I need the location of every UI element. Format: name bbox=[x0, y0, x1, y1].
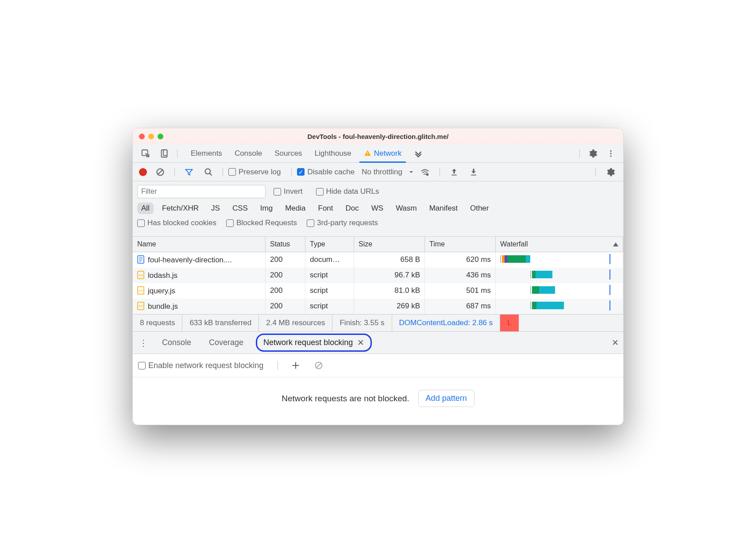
blocked-cookies-checkbox[interactable]: Has blocked cookies bbox=[137, 219, 216, 227]
tab-console[interactable]: Console bbox=[228, 144, 268, 162]
cell-name: lodash.js bbox=[148, 271, 177, 280]
hide-data-urls-checkbox[interactable]: Hide data URLs bbox=[316, 187, 379, 196]
blocked-cookies-label: Has blocked cookies bbox=[147, 219, 216, 227]
cell-time: 436 ms bbox=[425, 268, 496, 283]
cell-type: docum… bbox=[305, 252, 354, 268]
table-row[interactable]: foul-heavenly-direction.... 200 docum… 6… bbox=[133, 252, 623, 268]
close-drawer-icon[interactable]: ✕ bbox=[612, 338, 619, 348]
cell-name: bundle.js bbox=[148, 302, 178, 311]
disable-cache-checkbox[interactable]: ✓Disable cache bbox=[297, 168, 355, 177]
status-resources: 2.4 MB resources bbox=[259, 315, 332, 331]
chip-fetch-xhr[interactable]: Fetch/XHR bbox=[158, 203, 203, 214]
status-requests: 8 requests bbox=[133, 315, 182, 331]
divider bbox=[291, 168, 292, 177]
cell-time: 501 ms bbox=[425, 283, 496, 299]
more-options-icon[interactable] bbox=[602, 146, 620, 161]
sort-asc-icon bbox=[613, 242, 618, 246]
drawer-tab-network-blocking[interactable]: Network request blocking ✕ bbox=[256, 334, 372, 352]
network-toolbar: Preserve log ✓Disable cache No throttlin… bbox=[133, 163, 623, 181]
device-toggle-icon[interactable] bbox=[155, 146, 174, 161]
drawer-tab-blocking-label: Network request blocking bbox=[263, 338, 353, 347]
third-party-checkbox[interactable]: 3rd-party requests bbox=[307, 219, 378, 227]
header-type[interactable]: Type bbox=[305, 237, 354, 252]
filter-input[interactable] bbox=[137, 185, 266, 198]
svg-point-7 bbox=[610, 155, 611, 157]
header-time[interactable]: Time bbox=[425, 237, 496, 252]
devtools-window: DevTools - foul-heavenly-direction.glitc… bbox=[132, 128, 624, 425]
chip-css[interactable]: CSS bbox=[228, 203, 252, 214]
record-button[interactable] bbox=[139, 168, 147, 176]
drawer-menu-icon[interactable]: ⋮ bbox=[137, 336, 150, 350]
hide-data-urls-label: Hide data URLs bbox=[326, 187, 379, 196]
tab-network-label: Network bbox=[374, 149, 401, 158]
invert-checkbox[interactable]: Invert bbox=[274, 187, 303, 196]
tab-elements[interactable]: Elements bbox=[185, 144, 228, 162]
preserve-log-checkbox[interactable]: Preserve log bbox=[228, 168, 281, 177]
cell-size: 96.7 kB bbox=[354, 268, 425, 283]
divider bbox=[174, 168, 175, 177]
chip-media[interactable]: Media bbox=[281, 203, 309, 214]
chip-img[interactable]: Img bbox=[256, 203, 277, 214]
download-har-icon[interactable] bbox=[465, 165, 482, 179]
blocking-empty-state: Network requests are not blocked. Add pa… bbox=[133, 377, 623, 425]
cell-waterfall bbox=[496, 283, 623, 299]
remove-all-icon[interactable] bbox=[310, 358, 328, 373]
tab-lighthouse[interactable]: Lighthouse bbox=[309, 144, 358, 162]
chip-manifest[interactable]: Manifest bbox=[425, 203, 462, 214]
filter-icon[interactable] bbox=[180, 165, 198, 179]
script-icon: <> bbox=[137, 286, 144, 295]
main-toolbar: Elements Console Sources Lighthouse Netw… bbox=[133, 144, 623, 163]
close-tab-icon[interactable]: ✕ bbox=[357, 338, 364, 348]
more-tabs-button[interactable] bbox=[408, 144, 429, 162]
table-row[interactable]: <>lodash.js 200 script 96.7 kB 436 ms bbox=[133, 268, 623, 283]
cell-time: 687 ms bbox=[425, 299, 496, 314]
add-pattern-button[interactable]: Add pattern bbox=[418, 390, 474, 407]
enable-blocking-checkbox[interactable]: Enable network request blocking bbox=[138, 361, 263, 370]
divider bbox=[223, 168, 223, 177]
drawer-tabs: ⋮ Console Coverage Network request block… bbox=[133, 332, 623, 354]
cell-waterfall bbox=[496, 299, 623, 314]
script-icon: <> bbox=[137, 302, 144, 310]
header-waterfall[interactable]: Waterfall bbox=[496, 237, 623, 252]
inspect-element-icon[interactable] bbox=[136, 146, 155, 161]
chip-js[interactable]: JS bbox=[207, 203, 224, 214]
cell-size: 81.0 kB bbox=[354, 283, 425, 299]
chip-all[interactable]: All bbox=[137, 203, 154, 214]
network-settings-icon[interactable] bbox=[601, 165, 620, 180]
chip-doc[interactable]: Doc bbox=[342, 203, 363, 214]
settings-icon[interactable] bbox=[583, 146, 602, 161]
tab-network[interactable]: Network bbox=[358, 144, 408, 162]
add-pattern-icon[interactable] bbox=[287, 358, 305, 373]
svg-point-5 bbox=[610, 150, 611, 151]
chip-wasm[interactable]: Wasm bbox=[392, 203, 421, 214]
header-status[interactable]: Status bbox=[266, 237, 305, 252]
clear-icon[interactable] bbox=[151, 165, 169, 179]
chip-font[interactable]: Font bbox=[314, 203, 337, 214]
cell-waterfall bbox=[496, 252, 623, 268]
cell-status: 200 bbox=[266, 299, 305, 314]
enable-blocking-label: Enable network request blocking bbox=[148, 361, 263, 370]
header-name[interactable]: Name bbox=[133, 237, 266, 252]
drawer-tab-coverage[interactable]: Coverage bbox=[204, 334, 249, 351]
drawer-tab-console[interactable]: Console bbox=[157, 334, 197, 351]
table-row[interactable]: <>jquery.js 200 script 81.0 kB 501 ms bbox=[133, 283, 623, 299]
chip-other[interactable]: Other bbox=[466, 203, 493, 214]
search-icon[interactable] bbox=[200, 165, 217, 179]
status-load: L bbox=[500, 315, 518, 331]
request-table: foul-heavenly-direction.... 200 docum… 6… bbox=[133, 252, 623, 314]
network-conditions-icon[interactable] bbox=[416, 165, 434, 180]
panel-tabs: Elements Console Sources Lighthouse Netw… bbox=[185, 144, 429, 162]
blocked-requests-checkbox[interactable]: Blocked Requests bbox=[226, 219, 297, 227]
cell-type: script bbox=[305, 268, 354, 283]
table-row[interactable]: <>bundle.js 200 script 269 kB 687 ms bbox=[133, 299, 623, 314]
chip-ws[interactable]: WS bbox=[367, 203, 387, 214]
upload-har-icon[interactable] bbox=[445, 165, 463, 179]
divider bbox=[440, 168, 440, 177]
header-size[interactable]: Size bbox=[354, 237, 425, 252]
filter-bar: Invert Hide data URLs All Fetch/XHR JS C… bbox=[133, 181, 623, 237]
throttling-select[interactable]: No throttling bbox=[362, 168, 414, 177]
empty-message: Network requests are not blocked. bbox=[282, 394, 409, 403]
tab-sources[interactable]: Sources bbox=[268, 144, 308, 162]
status-finish: Finish: 3.55 s bbox=[332, 315, 392, 331]
disable-cache-label: Disable cache bbox=[307, 168, 355, 177]
